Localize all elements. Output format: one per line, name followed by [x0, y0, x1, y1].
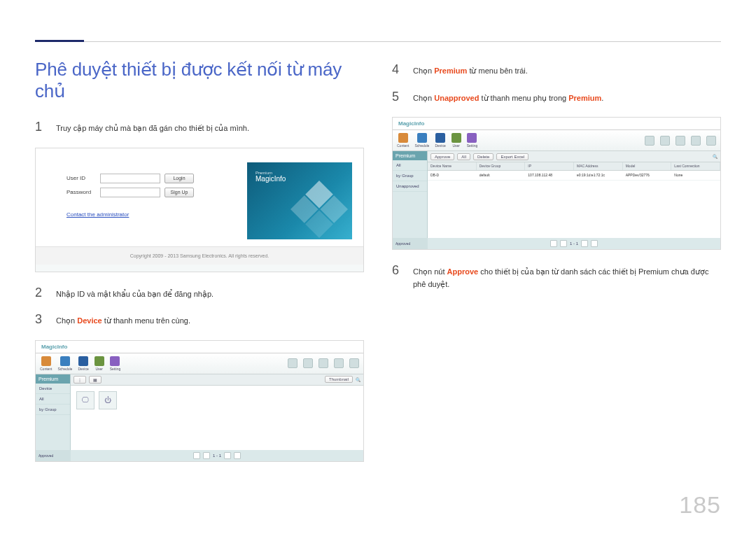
keyword-device: Device	[77, 316, 102, 325]
right-column: 4 Chọn Premium từ menu bên trái. 5 Chọn …	[392, 59, 721, 476]
step-1: 1 Truy cập máy chủ mà bạn đã gán cho thi…	[35, 120, 364, 135]
header-util-icon[interactable]	[660, 136, 670, 146]
step-number: 5	[392, 90, 402, 103]
keyword-premium: Premium	[434, 66, 467, 75]
toolbar-device[interactable]: Device	[78, 356, 88, 371]
header-util-icon[interactable]	[676, 136, 685, 146]
screenshot-device: MagicInfo Content Schedule Device User S…	[35, 340, 364, 462]
password-label: Password	[66, 189, 96, 195]
sidebar-head-premium[interactable]: Premium	[36, 374, 70, 384]
header-util-icon[interactable]	[303, 358, 313, 368]
sidebar-item[interactable]: by Group	[36, 405, 70, 415]
header-util-icon[interactable]	[706, 136, 716, 146]
header-util-icon[interactable]	[691, 136, 701, 146]
page-last[interactable]	[591, 240, 598, 247]
step-number: 1	[35, 120, 45, 133]
toolbar-user[interactable]: User	[94, 356, 104, 371]
diamond-icon	[290, 181, 348, 238]
toolbar-content[interactable]: Content	[40, 356, 52, 371]
sidebar-item[interactable]: All	[36, 394, 70, 405]
header-util-icon[interactable]	[318, 358, 328, 368]
login-form: User ID Login Password Sign Up Contact t…	[66, 162, 247, 218]
toolbar-schedule[interactable]: Schedule	[58, 356, 73, 371]
search-icon[interactable]: 🔍	[356, 377, 360, 382]
header-util-icon[interactable]	[645, 136, 654, 146]
keyword-approve: Approve	[447, 267, 479, 276]
page-last[interactable]	[234, 452, 241, 459]
device-power-icon[interactable]: ⏻	[99, 391, 117, 409]
toolbar-setting[interactable]: Setting	[467, 133, 478, 148]
screenshot-login: User ID Login Password Sign Up Contact t…	[35, 148, 364, 272]
step-number: 4	[392, 63, 402, 76]
device-thumbnail[interactable]: 🖵	[76, 391, 94, 409]
subbar-delete[interactable]: Delete	[473, 153, 493, 160]
page-number: 185	[679, 491, 721, 519]
sidebar-item-unapproved[interactable]: Unapproved	[393, 181, 427, 192]
step-text: Nhập ID và mật khẩu của bạn để đăng nhập…	[56, 286, 214, 301]
mi-logo: MagicInfo	[36, 341, 363, 353]
mi-toolbar: Content Schedule Device User Setting	[393, 130, 720, 151]
footer-approved: Approved	[36, 450, 71, 461]
header-util-icon[interactable]	[334, 358, 344, 368]
toolbar-setting[interactable]: Setting	[110, 356, 121, 371]
toolbar-schedule[interactable]: Schedule	[415, 133, 430, 148]
footer-approved: Approved	[393, 238, 428, 249]
header-util-icon[interactable]	[349, 358, 359, 368]
paginator: 1 - 1	[428, 238, 720, 249]
paginator: 1 - 1	[71, 450, 363, 461]
screenshot-unapproved: MagicInfo Content Schedule Device User S…	[392, 117, 721, 250]
step-number: 2	[35, 286, 45, 299]
keyword-unapproved: Unapproved	[434, 94, 479, 102]
view-thumbnail[interactable]: Thumbnail	[325, 376, 353, 383]
approve-button[interactable]: Approve	[430, 153, 454, 160]
header-rule	[35, 14, 721, 42]
login-button[interactable]: Login	[164, 174, 194, 183]
signup-button[interactable]: Sign Up	[164, 188, 194, 197]
page-prev[interactable]	[560, 240, 567, 247]
header-accent	[35, 40, 84, 42]
step-text: Chọn Premium từ menu bên trái.	[413, 63, 528, 78]
mi-main: Approve All Delete Export Excel 🔍 Device…	[428, 151, 720, 239]
sidebar-item[interactable]: by Group	[393, 171, 427, 181]
step-text: Chọn Unapproved từ thanh menu phụ trong …	[413, 90, 603, 105]
subbar-btn[interactable]: ⋮	[74, 376, 86, 384]
user-id-label: User ID	[66, 175, 96, 181]
page-prev[interactable]	[203, 452, 210, 459]
toolbar-content[interactable]: Content	[397, 133, 410, 148]
sidebar-item[interactable]: Device	[36, 384, 70, 394]
header-util-icon[interactable]	[288, 358, 298, 368]
step-4: 4 Chọn Premium từ menu bên trái.	[392, 63, 721, 78]
subbar-all[interactable]: All	[457, 153, 470, 160]
keyword-premium: Premium	[568, 94, 601, 102]
sidebar-item[interactable]: All	[393, 160, 427, 171]
page-first[interactable]	[193, 452, 200, 459]
subbar-btn[interactable]: ▦	[89, 376, 102, 384]
toolbar-device[interactable]: Device	[435, 133, 445, 148]
step-3: 3 Chọn Device từ thanh menu trên cùng.	[35, 313, 364, 328]
step-number: 3	[35, 313, 45, 325]
login-copyright: Copyright 2009 - 2013 Samsung Electronic…	[36, 246, 363, 265]
contact-admin-link[interactable]: Contact the administrator	[66, 211, 129, 218]
page-first[interactable]	[550, 240, 557, 247]
step-5: 5 Chọn Unapproved từ thanh menu phụ tron…	[392, 90, 721, 105]
banner-title: MagicInfo	[255, 175, 286, 183]
subbar-export[interactable]: Export Excel	[496, 153, 528, 160]
toolbar-user[interactable]: User	[451, 133, 461, 148]
step-2: 2 Nhập ID và mật khẩu của bạn để đăng nh…	[35, 286, 364, 301]
step-text: Chọn nút Approve cho thiết bị của bạn từ…	[413, 264, 721, 290]
sidebar-head-premium[interactable]: Premium	[393, 151, 427, 160]
table-row[interactable]: DB-D default 107.108.112.48 e0:19:1d:e1:…	[428, 171, 720, 181]
step-text: Truy cập máy chủ mà bạn đã gán cho thiết…	[56, 120, 249, 135]
search-icon[interactable]: 🔍	[713, 154, 718, 159]
banner-subtitle: Premium	[255, 171, 286, 175]
mi-main: ⋮ ▦ Thumbnail 🔍 🖵 ⏻	[71, 374, 363, 451]
mi-sidebar: Premium All by Group Unapproved	[393, 151, 428, 239]
page-next[interactable]	[581, 240, 588, 247]
password-input[interactable]	[100, 188, 160, 197]
page-title: Phê duyệt thiết bị được kết nối từ máy c…	[35, 59, 364, 102]
user-id-input[interactable]	[100, 174, 160, 183]
mi-logo: MagicInfo	[393, 118, 720, 130]
page-next[interactable]	[224, 452, 231, 459]
step-text: Chọn Device từ thanh menu trên cùng.	[56, 313, 190, 328]
step-number: 6	[392, 264, 402, 276]
